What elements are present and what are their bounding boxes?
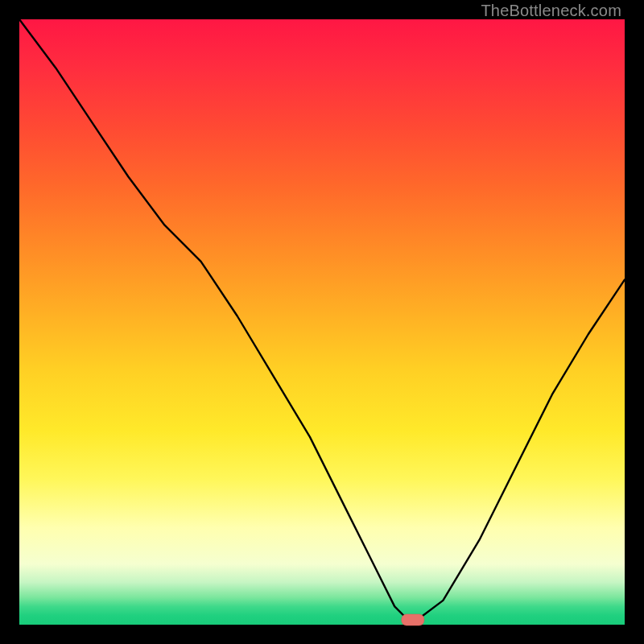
chart-svg	[19, 19, 625, 625]
optimum-marker-icon	[402, 614, 424, 625]
chart-frame: TheBottleneck.com	[0, 0, 644, 644]
bottleneck-curve	[19, 19, 625, 619]
plot-area	[19, 19, 625, 625]
watermark-text: TheBottleneck.com	[481, 2, 621, 20]
